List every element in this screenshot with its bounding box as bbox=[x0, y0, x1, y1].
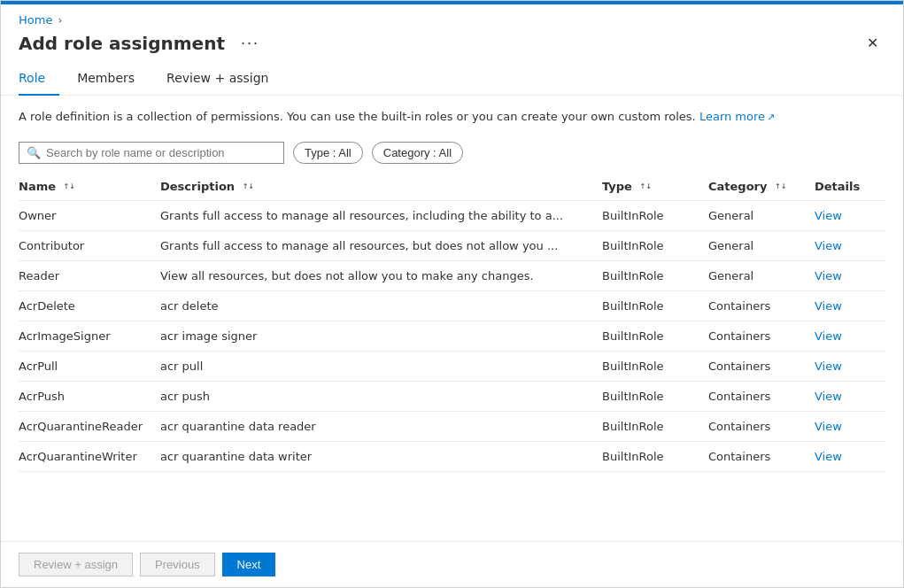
breadcrumb: Home › bbox=[1, 4, 903, 30]
cell-category: Containers bbox=[708, 321, 815, 351]
cell-name: AcrQuarantineWriter bbox=[19, 441, 160, 471]
table-row[interactable]: AcrPullacr pullBuiltInRoleContainersView bbox=[19, 351, 885, 381]
cell-name: AcrDelete bbox=[19, 290, 160, 321]
col-header-details: Details bbox=[815, 173, 885, 201]
table-row[interactable]: AcrPushacr pushBuiltInRoleContainersView bbox=[19, 381, 885, 411]
cell-name: Contributor bbox=[19, 230, 160, 260]
cell-details-view-link[interactable]: View bbox=[815, 351, 885, 381]
cell-type: BuiltInRole bbox=[602, 230, 708, 260]
footer: Review + assign Previous Next bbox=[1, 541, 903, 587]
sort-icon-type: ↑↓ bbox=[639, 183, 651, 190]
col-header-type[interactable]: Type ↑↓ bbox=[602, 173, 708, 201]
type-filter-button[interactable]: Type : All bbox=[293, 142, 363, 164]
cell-name: AcrPush bbox=[19, 381, 160, 411]
cell-type: BuiltInRole bbox=[602, 441, 708, 471]
cell-type: BuiltInRole bbox=[602, 321, 708, 351]
breadcrumb-home-link[interactable]: Home bbox=[19, 13, 52, 27]
cell-description: acr image signer bbox=[160, 321, 602, 351]
cell-name: AcrQuarantineReader bbox=[19, 411, 160, 441]
cell-type: BuiltInRole bbox=[602, 260, 708, 290]
table-row[interactable]: AcrQuarantineReaderacr quarantine data r… bbox=[19, 411, 885, 441]
roles-table-container: Name ↑↓ Description ↑↓ Type ↑↓ Category … bbox=[1, 173, 903, 542]
cell-details-view-link[interactable]: View bbox=[815, 290, 885, 321]
description-area: A role definition is a collection of per… bbox=[1, 96, 903, 135]
cell-description: acr quarantine data writer bbox=[160, 441, 602, 471]
search-input[interactable] bbox=[46, 146, 276, 159]
cell-type: BuiltInRole bbox=[602, 411, 708, 441]
cell-details-view-link[interactable]: View bbox=[815, 200, 885, 230]
tabs-container: Role Members Review + assign bbox=[1, 63, 903, 96]
cell-details-view-link[interactable]: View bbox=[815, 260, 885, 290]
cell-type: BuiltInRole bbox=[602, 351, 708, 381]
cell-details-view-link[interactable]: View bbox=[815, 381, 885, 411]
cell-description: acr push bbox=[160, 381, 602, 411]
table-row[interactable]: OwnerGrants full access to manage all re… bbox=[19, 200, 885, 230]
table-row[interactable]: AcrQuarantineWriteracr quarantine data w… bbox=[19, 441, 885, 471]
cell-name: AcrPull bbox=[19, 351, 160, 381]
next-button[interactable]: Next bbox=[222, 553, 276, 576]
cell-type: BuiltInRole bbox=[602, 200, 708, 230]
cell-details-view-link[interactable]: View bbox=[815, 230, 885, 260]
cell-details-view-link[interactable]: View bbox=[815, 441, 885, 471]
cell-type: BuiltInRole bbox=[602, 290, 708, 321]
roles-table: Name ↑↓ Description ↑↓ Type ↑↓ Category … bbox=[19, 173, 885, 472]
cell-type: BuiltInRole bbox=[602, 381, 708, 411]
tab-members[interactable]: Members bbox=[77, 64, 149, 96]
sort-icon-category: ↑↓ bbox=[775, 183, 786, 190]
cell-category: General bbox=[708, 260, 815, 290]
cell-name: Reader bbox=[19, 260, 160, 290]
col-header-description[interactable]: Description ↑↓ bbox=[160, 173, 602, 201]
review-assign-button[interactable]: Review + assign bbox=[19, 553, 133, 576]
cell-description: acr pull bbox=[160, 351, 602, 381]
cell-description: acr delete bbox=[160, 290, 602, 321]
cell-category: Containers bbox=[708, 381, 815, 411]
cell-description: Grants full access to manage all resourc… bbox=[160, 230, 602, 260]
cell-description: Grants full access to manage all resourc… bbox=[160, 200, 602, 230]
table-header-row: Name ↑↓ Description ↑↓ Type ↑↓ Category … bbox=[19, 173, 885, 201]
table-row[interactable]: ReaderView all resources, but does not a… bbox=[19, 260, 885, 290]
cell-name: AcrImageSigner bbox=[19, 321, 160, 351]
table-body: OwnerGrants full access to manage all re… bbox=[19, 200, 885, 471]
cell-category: General bbox=[708, 230, 815, 260]
previous-button[interactable]: Previous bbox=[140, 553, 215, 576]
filter-row: 🔍 Type : All Category : All bbox=[1, 135, 903, 173]
sort-icon-description: ↑↓ bbox=[243, 183, 254, 190]
cell-category: Containers bbox=[708, 441, 815, 471]
cell-details-view-link[interactable]: View bbox=[815, 321, 885, 351]
cell-name: Owner bbox=[19, 200, 160, 230]
external-link-icon: ↗ bbox=[767, 112, 775, 123]
description-text: A role definition is a collection of per… bbox=[19, 110, 696, 123]
tab-role[interactable]: Role bbox=[19, 64, 59, 96]
col-header-category[interactable]: Category ↑↓ bbox=[708, 173, 815, 201]
search-box: 🔍 bbox=[19, 142, 284, 164]
table-row[interactable]: AcrImageSigneracr image signerBuiltInRol… bbox=[19, 321, 885, 351]
header-row: Add role assignment ··· ✕ bbox=[1, 30, 903, 63]
learn-more-link[interactable]: Learn more↗ bbox=[699, 110, 775, 123]
close-button[interactable]: ✕ bbox=[860, 33, 885, 54]
cell-category: Containers bbox=[708, 351, 815, 381]
table-row[interactable]: AcrDeleteacr deleteBuiltInRoleContainers… bbox=[19, 290, 885, 321]
tab-review-assign[interactable]: Review + assign bbox=[166, 64, 282, 96]
cell-description: acr quarantine data reader bbox=[160, 411, 602, 441]
ellipsis-button[interactable]: ··· bbox=[236, 32, 265, 54]
cell-category: General bbox=[708, 200, 815, 230]
search-icon: 🔍 bbox=[27, 146, 41, 159]
cell-category: Containers bbox=[708, 411, 815, 441]
table-row[interactable]: ContributorGrants full access to manage … bbox=[19, 230, 885, 260]
col-header-name[interactable]: Name ↑↓ bbox=[19, 173, 160, 201]
main-window: Home › Add role assignment ··· ✕ Role Me… bbox=[0, 0, 904, 588]
cell-details-view-link[interactable]: View bbox=[815, 411, 885, 441]
category-filter-button[interactable]: Category : All bbox=[372, 142, 463, 164]
sort-icon-name: ↑↓ bbox=[64, 183, 75, 190]
page-title: Add role assignment bbox=[19, 33, 225, 54]
cell-category: Containers bbox=[708, 290, 815, 321]
breadcrumb-separator: › bbox=[58, 14, 62, 27]
cell-description: View all resources, but does not allow y… bbox=[160, 260, 602, 290]
